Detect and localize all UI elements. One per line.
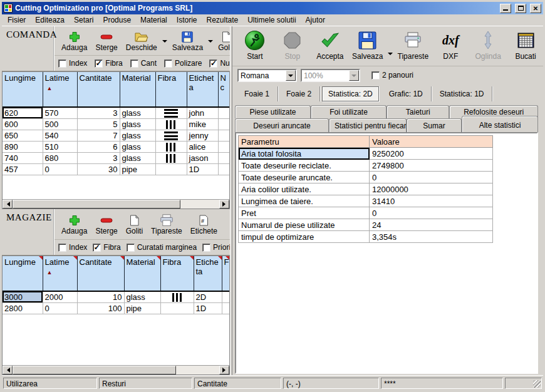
stats-value[interactable]: 2749800 (370, 160, 493, 172)
table-cell[interactable] (155, 118, 187, 130)
tab-sumar[interactable]: Sumar (407, 118, 462, 132)
scroll-thumb[interactable] (13, 200, 180, 209)
table-cell[interactable]: 540 (43, 130, 77, 141)
column-header-latime[interactable]: Latime (43, 256, 77, 291)
table-cell[interactable]: glass (124, 291, 160, 302)
deschide-dropdown-icon[interactable] (162, 38, 167, 45)
tab-taieturi[interactable]: Taieturi (387, 105, 449, 118)
table-cell[interactable] (155, 130, 187, 141)
stats-param[interactable]: Toate deseurile aruncate. (239, 172, 370, 183)
table-cell[interactable]: 100 (77, 302, 124, 314)
table-cell[interactable]: 500 (43, 118, 77, 130)
column-header-fibra[interactable]: Fibra (160, 256, 194, 291)
column-header-material[interactable]: Material (120, 72, 155, 107)
tab-foaie-2[interactable]: Foaie 2 (278, 86, 320, 101)
stats-value[interactable]: 12000000 (370, 183, 493, 195)
table-cell[interactable]: 30 (77, 163, 120, 175)
table-cell[interactable]: jason (187, 152, 218, 163)
stats-param[interactable]: Lungimea de taiere. (239, 195, 370, 207)
column-header-lungime[interactable]: Lungime (3, 256, 43, 291)
stats-param[interactable]: Aria colilor utilizate. (239, 183, 370, 195)
table-cell[interactable]: glass (120, 107, 155, 118)
table-cell[interactable]: mike (187, 118, 218, 130)
menu-material[interactable]: Material (136, 14, 172, 26)
table-cell[interactable]: 2000 (43, 291, 77, 302)
scroll-right-button[interactable] (219, 200, 229, 209)
table-cell[interactable] (218, 152, 229, 163)
checkbox-fibra[interactable]: Fibra (95, 59, 122, 68)
menu-setari[interactable]: Setari (70, 14, 98, 26)
table-cell[interactable] (155, 141, 187, 152)
scroll-left-button[interactable] (3, 200, 13, 209)
bucati-button[interactable]: Bucati (508, 28, 543, 61)
comanda-hscrollbar[interactable] (3, 199, 229, 209)
table-cell[interactable] (218, 107, 229, 118)
table-cell[interactable] (155, 107, 187, 118)
table-cell[interactable]: pipe (120, 163, 155, 175)
table-cell-selected[interactable]: 620 (3, 107, 43, 118)
adauga-button[interactable]: Adauga (58, 30, 90, 53)
table-cell[interactable]: 0 (43, 302, 77, 314)
table-cell[interactable] (222, 302, 229, 314)
table-cell[interactable] (218, 163, 229, 175)
checkbox-box[interactable] (93, 244, 101, 252)
column-header-fibra[interactable]: Fibra (155, 72, 187, 107)
column-header-cantitate[interactable]: Cantitate (77, 256, 124, 291)
column-header-lungime[interactable]: Lungime (3, 72, 43, 107)
checkbox-num[interactable]: Num (209, 59, 230, 68)
tab-grafic-1d[interactable]: Grafic: 1D (381, 86, 432, 101)
tab-statistica-2d[interactable]: Statistica: 2D (322, 86, 379, 101)
tab-deseuri-aruncate[interactable]: Deseuri aruncate (235, 118, 329, 132)
menu-produse[interactable]: Produse (98, 14, 136, 26)
close-button[interactable] (530, 4, 541, 13)
stats-value[interactable]: 0 (370, 207, 493, 219)
menu-ajutor[interactable]: Ajutor (301, 14, 330, 26)
column-header-nc[interactable]: Nc (218, 72, 229, 107)
language-select[interactable]: Romana (237, 69, 297, 82)
sterge-button[interactable]: Sterge (92, 214, 120, 236)
table-cell[interactable]: 1D (194, 302, 222, 314)
adauga-button[interactable]: Adauga (58, 214, 90, 236)
salveaza-dropdown-icon[interactable] (388, 50, 393, 58)
menu-editeaza[interactable]: Editeaza (31, 14, 70, 26)
scroll-right-button[interactable] (219, 366, 229, 374)
zoom-select[interactable]: 100% (301, 69, 360, 82)
table-cell[interactable]: 10 (77, 291, 124, 302)
table-cell[interactable] (155, 163, 187, 175)
table-cell[interactable] (222, 291, 229, 302)
table-cell[interactable]: glass (120, 118, 155, 130)
salveaza-dropdown-icon[interactable] (208, 38, 213, 45)
checkbox-box[interactable] (202, 244, 210, 252)
table-cell[interactable]: 680 (43, 152, 77, 163)
table-cell[interactable]: pipe (124, 302, 160, 314)
table-cell[interactable]: 457 (3, 163, 43, 175)
checkbox-box[interactable] (209, 59, 217, 68)
menu-fisier[interactable]: Fisier (3, 14, 31, 26)
table-cell[interactable]: glass (120, 152, 155, 163)
checkbox-box[interactable] (127, 244, 135, 252)
table-cell-selected[interactable]: 3000 (3, 291, 43, 302)
scroll-track[interactable] (180, 200, 219, 209)
column-header-material[interactable]: Material (124, 256, 160, 291)
dxf-button[interactable]: dxf DXF (433, 28, 468, 61)
column-header-eticheta[interactable]: Eticheta (194, 256, 222, 291)
magazie-hscrollbar[interactable] (3, 365, 229, 374)
stats-value[interactable]: 0 (370, 172, 493, 183)
checkbox-box[interactable] (58, 244, 66, 252)
table-cell[interactable]: 3 (77, 107, 120, 118)
salveaza-button[interactable]: Salveaza (169, 30, 206, 53)
table-cell[interactable]: 510 (43, 141, 77, 152)
checkbox-2-panouri[interactable]: 2 panouri (371, 71, 413, 80)
scroll-track[interactable] (176, 366, 219, 374)
stats-param[interactable]: Toate deseurile reciclate. (239, 160, 370, 172)
oglinda-button[interactable]: Oglinda (470, 28, 506, 61)
tab-piese-utilizate[interactable]: Piese utilizate (235, 105, 311, 118)
table-cell[interactable]: jenny (187, 130, 218, 141)
column-header-partial[interactable]: F (222, 256, 229, 291)
table-cell[interactable] (155, 152, 187, 163)
table-cell[interactable]: glass (120, 130, 155, 141)
checkbox-cant[interactable]: Cant (130, 59, 157, 68)
table-cell[interactable]: 740 (3, 152, 43, 163)
minimize-button[interactable] (500, 4, 511, 13)
checkbox-box[interactable] (371, 71, 380, 80)
